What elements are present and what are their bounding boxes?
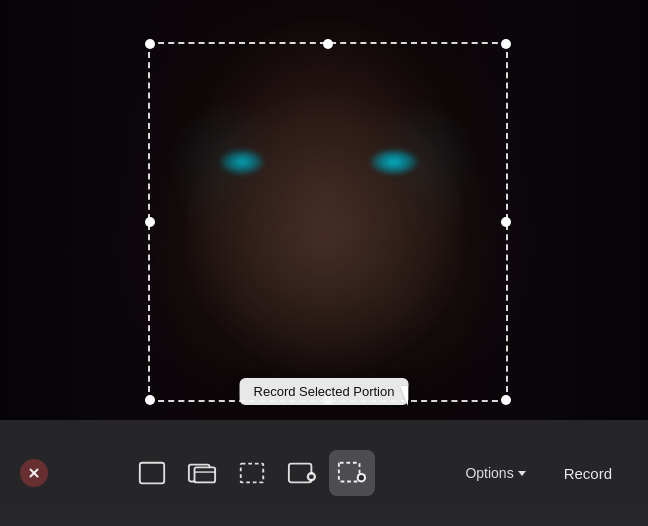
record-button[interactable]: Record: [548, 457, 628, 490]
hair-left: [0, 0, 190, 420]
record-label: Record: [564, 465, 612, 482]
main-content: Record Selected Portion: [0, 0, 648, 526]
hair-right: [458, 0, 648, 420]
record-entire-screen-tool[interactable]: [279, 450, 325, 496]
svg-point-10: [358, 475, 363, 480]
options-button[interactable]: Options: [453, 457, 537, 489]
toolbar-tools: [60, 450, 443, 496]
svg-rect-0: [140, 463, 164, 484]
capture-selection-tool[interactable]: [229, 450, 275, 496]
face-skin: [185, 95, 465, 375]
eye-left: [218, 148, 266, 176]
options-label: Options: [465, 465, 513, 481]
svg-point-7: [309, 474, 314, 479]
toolbar: Options Record: [0, 420, 648, 526]
svg-rect-2: [194, 467, 215, 482]
capture-entire-screen-tool[interactable]: [129, 450, 175, 496]
tooltip-text: Record Selected Portion: [254, 384, 395, 399]
svg-rect-8: [339, 463, 360, 482]
chevron-down-icon: [518, 471, 526, 476]
eye-right: [368, 148, 420, 176]
capture-window-tool[interactable]: [179, 450, 225, 496]
record-selection-tool[interactable]: [329, 450, 375, 496]
background-image: [0, 0, 648, 420]
svg-rect-4: [240, 464, 263, 483]
tooltip: Record Selected Portion: [240, 378, 409, 405]
close-button[interactable]: [20, 459, 48, 487]
